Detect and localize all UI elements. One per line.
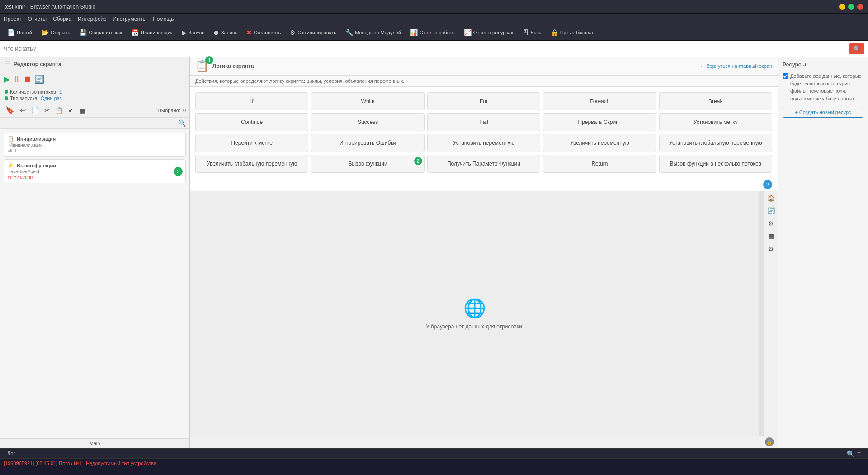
menu-item-project[interactable]: Проект bbox=[4, 16, 22, 22]
stop-script-button[interactable]: ⏹ bbox=[24, 75, 32, 84]
undo-button[interactable]: ↩ bbox=[18, 105, 28, 115]
maximize-button[interactable] bbox=[848, 4, 854, 10]
action-set-global-var[interactable]: Установить глобальную переменную bbox=[659, 134, 772, 152]
module-manager-button[interactable]: 🔧 Менеджер Модулей bbox=[342, 28, 405, 38]
browser-reload-button[interactable]: 🔄 bbox=[766, 206, 776, 216]
close-button[interactable] bbox=[857, 4, 863, 10]
resources-checkbox[interactable] bbox=[783, 73, 788, 79]
action-inc-global-var[interactable]: Увеличить глобальную переменную bbox=[195, 155, 308, 173]
search-input[interactable] bbox=[4, 45, 846, 52]
logic-title: Логика скрипта bbox=[212, 63, 254, 69]
create-resource-button[interactable]: + Создать новый ресурс bbox=[783, 107, 863, 118]
action-if[interactable]: If bbox=[195, 92, 308, 110]
save-as-button[interactable]: 💾 Сохранить как bbox=[75, 28, 126, 38]
browser-home-button[interactable]: 🏠 bbox=[766, 193, 776, 203]
copy-button[interactable]: 📋 bbox=[53, 105, 65, 115]
db-button[interactable]: 🗄 База bbox=[519, 28, 545, 38]
left-panel-footer: Main bbox=[0, 438, 189, 448]
menu-item-help[interactable]: Помощь bbox=[153, 16, 174, 22]
action-success[interactable]: Success bbox=[311, 113, 424, 131]
script-editor-header: ☰ Редактор скрипта bbox=[0, 57, 189, 71]
report-icon: 📊 bbox=[410, 29, 418, 36]
play-button[interactable]: ▶ bbox=[4, 74, 10, 84]
threads-value[interactable]: 1 bbox=[59, 89, 62, 95]
action-for[interactable]: For bbox=[427, 92, 540, 110]
search-button[interactable]: 🔍 bbox=[849, 43, 864, 54]
list-item[interactable]: ⚡ Вызов функции fakeUserAgent in: #23/20… bbox=[4, 159, 186, 183]
pause-button[interactable]: ⏸ bbox=[13, 75, 21, 84]
new-button[interactable]: 📄 Новый bbox=[4, 28, 36, 38]
cut-button[interactable]: ✂ bbox=[42, 105, 52, 115]
log-expand-button[interactable]: ≡ bbox=[857, 450, 861, 457]
open-icon: 📂 bbox=[41, 29, 49, 36]
action-continue[interactable]: Continue bbox=[195, 113, 308, 131]
back-link[interactable]: ← Вернуться на главный экран bbox=[700, 63, 772, 69]
browser-settings-button[interactable]: ⚙ bbox=[767, 218, 775, 228]
init-name: Инициализация bbox=[9, 142, 42, 147]
new-item-button[interactable]: 📄 bbox=[29, 105, 41, 115]
action-stop-script[interactable]: Прервать Скрипт bbox=[543, 113, 656, 131]
menu-item-build[interactable]: Сборка bbox=[53, 16, 71, 22]
action-get-param[interactable]: Получить Параметр Функции bbox=[427, 155, 540, 173]
run-icon: ▶ bbox=[182, 29, 187, 36]
backup-button[interactable]: 🔒 Путь к бэкапан bbox=[547, 28, 598, 38]
minimize-button[interactable] bbox=[839, 4, 845, 10]
open-button[interactable]: 📂 Открыть bbox=[38, 28, 74, 38]
resource-report-button[interactable]: 📈 Отчет о ресурсах bbox=[460, 28, 517, 38]
action-return[interactable]: Return bbox=[543, 155, 656, 173]
action-fail[interactable]: Fail bbox=[427, 113, 540, 131]
new-label: Новый bbox=[17, 30, 32, 35]
scheduler-button[interactable]: 📅 Планировщик bbox=[127, 28, 176, 38]
menu-bar: Проект Отчеты Сборка Интерфейс Инструмен… bbox=[0, 14, 868, 24]
stop-button[interactable]: ✖ Остановить bbox=[243, 28, 284, 38]
action-inc-var[interactable]: Увеличить переменную bbox=[543, 134, 656, 152]
log-search-button[interactable]: 🔍 bbox=[847, 450, 854, 457]
compile-button[interactable]: ⚙ Скомпилировать bbox=[286, 28, 340, 38]
threads-indicator bbox=[5, 90, 8, 94]
lock-button[interactable]: 🔒 bbox=[765, 437, 774, 446]
bookmark-button[interactable]: 🔖 bbox=[4, 105, 16, 115]
action-foreach[interactable]: Foreach bbox=[543, 92, 656, 110]
launch-value[interactable]: Один раз bbox=[41, 95, 62, 101]
save-icon: 💾 bbox=[79, 29, 87, 36]
work-report-button[interactable]: 📊 Отчет о работе bbox=[406, 28, 458, 38]
init-type: Инициализация bbox=[17, 136, 56, 142]
info-button[interactable]: ? bbox=[763, 180, 772, 189]
list-item[interactable]: 📋 Инициализация Инициализация all.0 bbox=[4, 133, 186, 157]
resources-description: Добавьте все данные, которые будет испол… bbox=[783, 72, 863, 102]
menu-item-reports[interactable]: Отчеты bbox=[28, 16, 47, 22]
func-type: Вызов функции bbox=[17, 163, 56, 168]
check-button[interactable]: ✔ bbox=[66, 105, 75, 115]
backup-icon: 🔒 bbox=[551, 29, 558, 36]
browser-scrollbar[interactable] bbox=[760, 191, 764, 436]
script-search-button[interactable]: 🔍 bbox=[178, 119, 186, 127]
window-controls bbox=[839, 4, 863, 10]
script-controls: ▶ ⏸ ⏹ 🔄 bbox=[0, 71, 189, 87]
refresh-button[interactable]: 🔄 bbox=[34, 74, 44, 84]
search-bar: 🔍 bbox=[0, 41, 868, 57]
menu-item-tools[interactable]: Инструменты bbox=[113, 16, 146, 22]
action-ignore-errors[interactable]: Игнорировать Ошибки bbox=[311, 134, 424, 152]
record-icon: ⏺ bbox=[213, 29, 219, 36]
browser-gear2-button[interactable]: ⚙ bbox=[767, 244, 775, 254]
run-button[interactable]: ▶ Запуск bbox=[178, 28, 208, 38]
menu-item-interface[interactable]: Интерфейс bbox=[78, 16, 106, 22]
calendar-icon: 📅 bbox=[131, 29, 139, 36]
threads-label: Количество потоков: bbox=[10, 89, 57, 95]
func-icon: ⚡ bbox=[8, 162, 14, 168]
action-goto-mark[interactable]: Перейти к метке bbox=[195, 134, 308, 152]
browser-no-data-text: У браузера нет данных для отрисовки. bbox=[426, 323, 524, 330]
action-while[interactable]: While bbox=[311, 92, 424, 110]
script-toolbar: 🔖 ↩ 📄 ✂ 📋 ✔ ▦ Выбрано: 0 bbox=[0, 103, 189, 118]
grid-button[interactable]: ▦ bbox=[77, 105, 87, 115]
launch-indicator bbox=[5, 96, 8, 100]
action-set-mark[interactable]: Установить метку bbox=[659, 113, 772, 131]
action-break[interactable]: Break bbox=[659, 92, 772, 110]
init-icon: 📋 bbox=[8, 136, 14, 142]
init-extra: all.0 bbox=[8, 148, 16, 153]
action-call-func[interactable]: Вызов функции 2 bbox=[311, 155, 424, 173]
browser-grid-button[interactable]: ▦ bbox=[767, 231, 775, 241]
record-button[interactable]: ⏺ Запись bbox=[209, 28, 241, 38]
action-set-var[interactable]: Установить переменную bbox=[427, 134, 540, 152]
action-call-func-multi[interactable]: Вызов функции в несколько потоков bbox=[659, 155, 772, 173]
